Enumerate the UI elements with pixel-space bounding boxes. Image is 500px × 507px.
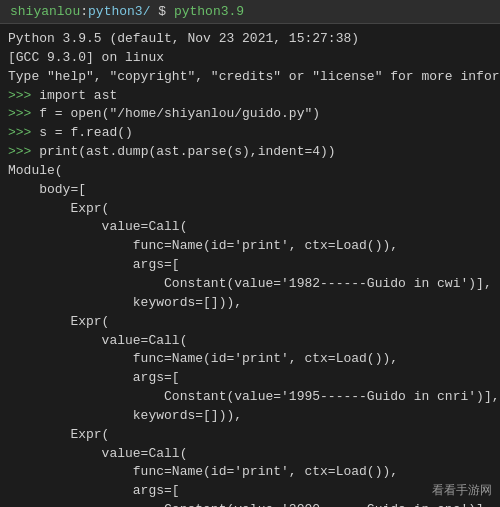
terminal-line: Module( <box>8 162 492 181</box>
terminal-titlebar: shiyanlou:python3/ $ python3.9 <box>0 0 500 24</box>
terminal-line: args=[ <box>8 482 492 501</box>
terminal-line: args=[ <box>8 369 492 388</box>
terminal-title: shiyanlou:python3/ $ python3.9 <box>10 4 244 19</box>
terminal-line: value=Call( <box>8 445 492 464</box>
terminal-line: Expr( <box>8 426 492 445</box>
terminal-prompt-sym: $ <box>158 4 166 19</box>
terminal-line: Type "help", "copyright", "credits" or "… <box>8 68 492 87</box>
terminal-line: args=[ <box>8 256 492 275</box>
terminal-path: python3/ <box>88 4 150 19</box>
terminal-line: value=Call( <box>8 218 492 237</box>
terminal-line: body=[ <box>8 181 492 200</box>
terminal-line: func=Name(id='print', ctx=Load()), <box>8 350 492 369</box>
terminal-line: keywords=[])), <box>8 294 492 313</box>
terminal-body[interactable]: Python 3.9.5 (default, Nov 23 2021, 15:2… <box>0 24 500 507</box>
terminal-line: >>> s = f.read() <box>8 124 492 143</box>
terminal-line: func=Name(id='print', ctx=Load()), <box>8 463 492 482</box>
terminal-line: Expr( <box>8 313 492 332</box>
terminal-line: >>> f = open("/home/shiyanlou/guido.py") <box>8 105 492 124</box>
terminal-line: [GCC 9.3.0] on linux <box>8 49 492 68</box>
terminal-space2 <box>166 4 174 19</box>
terminal-window: shiyanlou:python3/ $ python3.9 Python 3.… <box>0 0 500 507</box>
terminal-line: Constant(value='1995------Guido in cnri'… <box>8 388 492 407</box>
terminal-line: func=Name(id='print', ctx=Load()), <box>8 237 492 256</box>
terminal-line: >>> import ast <box>8 87 492 106</box>
terminal-line: value=Call( <box>8 332 492 351</box>
terminal-colon: : <box>80 4 88 19</box>
terminal-command: python3.9 <box>174 4 244 19</box>
terminal-line: Constant(value='2000------Guido in cnc')… <box>8 501 492 507</box>
terminal-line: >>> print(ast.dump(ast.parse(s),indent=4… <box>8 143 492 162</box>
terminal-user: shiyanlou <box>10 4 80 19</box>
terminal-line: Constant(value='1982------Guido in cwi')… <box>8 275 492 294</box>
terminal-line: Expr( <box>8 200 492 219</box>
terminal-line: keywords=[])), <box>8 407 492 426</box>
terminal-line: Python 3.9.5 (default, Nov 23 2021, 15:2… <box>8 30 492 49</box>
